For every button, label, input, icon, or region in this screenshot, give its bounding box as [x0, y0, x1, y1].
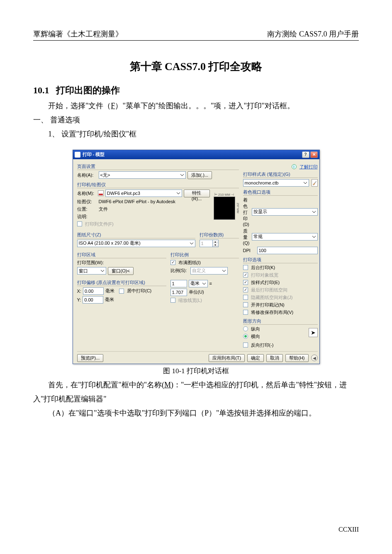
cancel-button[interactable]: 取消 [266, 354, 283, 362]
plot-to-file-label: 打印到文件(F) [85, 221, 114, 227]
shade-plot-select[interactable] [252, 208, 318, 216]
opt-reverse-label: 反向打印(-) [251, 342, 274, 348]
orient-landscape-radio[interactable] [243, 334, 248, 339]
group-page-setup: 页面设置 [77, 163, 239, 170]
plot-to-file-checkbox [77, 221, 82, 226]
opt-reverse-checkbox[interactable] [243, 343, 248, 347]
orient-portrait-label: 纵向 [251, 326, 260, 332]
window-pick-button[interactable]: 窗口(O)< [108, 267, 134, 275]
paragraph-1: 开始，选择"文件（F）"菜单下的"绘图输出。。。"项，进入"打印"对话框。 [33, 99, 359, 113]
center-plot-checkbox[interactable] [119, 289, 124, 294]
shade-plot-label: 着色打印(D) [243, 197, 250, 227]
quality-select[interactable] [252, 233, 318, 241]
plot-what-select[interactable] [77, 267, 106, 275]
offset-x-input[interactable] [83, 287, 104, 295]
offset-y-input[interactable] [83, 296, 103, 304]
opt-paperspace-checkbox [243, 287, 248, 292]
opt-style-label: 按样式打印(E) [251, 279, 280, 286]
scale-ratio-select [190, 267, 228, 275]
fit-to-paper-label: 布满图纸(I) [178, 260, 201, 266]
offset-x-label: X: [77, 289, 81, 294]
opt-save-label: 将修改保存到布局(V) [251, 309, 294, 316]
page-number: CCXIII [338, 526, 359, 533]
pagesetup-name-label: 名称(A): [77, 172, 97, 178]
right-column: i 了解打印 打印样式表 (笔指定)(G) 着色视口选项 着色打印(D) 质 [243, 163, 318, 350]
edit-style-button[interactable] [312, 179, 318, 187]
where-label: 位置: [77, 206, 97, 212]
opt-style-checkbox[interactable] [243, 280, 248, 285]
learn-plotting-link[interactable]: 了解打印 [299, 164, 318, 170]
center-plot-label: 居中打印(C) [127, 288, 151, 294]
pagesetup-add-button[interactable]: 添加(.)... [187, 171, 212, 179]
plot-style-select[interactable] [243, 179, 309, 187]
offset-y-label: Y: [77, 297, 81, 302]
paper-preview: ⊢ 210 MM ⊣ 297 MM [214, 197, 235, 220]
group-copies: 打印份数(B) [200, 232, 239, 238]
help-button[interactable]: 帮助(H) [285, 354, 308, 362]
group-plot-options: 打印选项 [243, 257, 318, 263]
scale-lw-label: 缩放线宽(L) [178, 297, 202, 304]
chapter-title: 第十章 CASS7.0 打印全攻略 [33, 59, 359, 74]
offset-x-unit: 毫米 [105, 288, 114, 294]
copies-input[interactable] [200, 240, 213, 247]
group-offset: 打印偏移 (原点设置在可打印区域) [77, 279, 166, 286]
scale-unit-select [189, 280, 208, 287]
group-paper-size: 图纸尺寸(Z) [77, 232, 195, 238]
print-dialog: 打印 - 模型 ? ✕ 页面设置 名称(A): 添加(.)... [73, 150, 320, 364]
where-value: 文件 [99, 206, 108, 212]
dialog-icon [75, 152, 80, 158]
list-item-1-1: 1、 设置"打印机/绘图仪"框 [33, 127, 359, 141]
scale-drawing-unit: 单位(U) [189, 289, 204, 295]
opt-bg-label: 后台打印(K) [251, 265, 275, 271]
section-title: 10.1 打印出图的操作 [33, 84, 359, 97]
group-plot-area: 打印区域 [77, 252, 166, 258]
group-orientation: 图形方向 [243, 318, 318, 324]
apply-layout-button[interactable]: 应用到布局(T) [209, 354, 245, 362]
opt-lw-label: 打印对象线宽 [251, 272, 278, 278]
paper-size-select[interactable] [77, 240, 195, 247]
printer-name-select[interactable] [105, 190, 182, 197]
dpi-input [257, 247, 318, 254]
dialog-titlebar[interactable]: 打印 - 模型 ? ✕ [73, 150, 319, 159]
close-icon[interactable]: ✕ [310, 151, 318, 158]
dpi-label: DPI [243, 248, 256, 253]
group-plot-scale: 打印比例 [170, 252, 239, 258]
paragraph-2: 首先，在"打印机配置"框中的"名称(M)："一栏中选相应的打印机，然后单击"特性… [33, 378, 359, 406]
quality-label: 质量(Q) [243, 228, 250, 245]
info-icon: i [292, 164, 297, 169]
collapse-icon[interactable]: ◀ [311, 355, 318, 361]
copies-spinner[interactable]: ▲▼ [213, 240, 219, 247]
scale-unit-input [170, 280, 187, 287]
section-number: 10.1 [33, 85, 49, 95]
section-name: 打印出图的操作 [56, 85, 120, 95]
opt-stamp-checkbox[interactable] [243, 302, 248, 307]
opt-lw-checkbox [243, 272, 248, 277]
left-column: 页面设置 名称(A): 添加(.)... 打印机/绘图仪 名称(M): [77, 163, 239, 350]
printer-properties-button[interactable]: 特性(R)... [184, 190, 210, 197]
opt-paperspace-label: 最后打印图纸空间 [251, 287, 287, 293]
preview-button[interactable]: 预览(P)... [77, 354, 104, 362]
ok-button[interactable]: 确定 [247, 354, 264, 362]
group-printer: 打印机/绘图仪 [77, 182, 239, 188]
orient-portrait-radio[interactable] [243, 326, 248, 331]
opt-stamp-label: 开并打印戳记(N) [251, 302, 285, 308]
opt-bg-checkbox[interactable] [243, 265, 248, 270]
dialog-title: 打印 - 模型 [83, 151, 105, 158]
printer-name-label: 名称(M): [77, 190, 96, 197]
group-plot-style: 打印样式表 (笔指定)(G) [243, 171, 318, 177]
figure-caption: 图 10-1 打印机对话框 [33, 366, 359, 376]
scale-ratio-label: 比例(S): [170, 267, 189, 274]
orientation-icon: ➤ [309, 328, 318, 337]
help-button-icon[interactable]: ? [302, 151, 309, 158]
fit-to-paper-checkbox[interactable] [170, 260, 175, 265]
plotter-icon [98, 190, 104, 196]
header-right: 南方测绘 CASS7.0 用户手册 [267, 29, 359, 39]
group-shaded: 着色视口选项 [243, 189, 318, 195]
scale-lw-checkbox [170, 298, 175, 303]
orient-landscape-label: 横向 [251, 333, 260, 340]
scale-drawing-input [170, 289, 187, 296]
opt-save-checkbox[interactable] [243, 310, 248, 315]
pagesetup-name-select[interactable] [99, 171, 186, 179]
plotter-value: DWF6 ePlot DWF ePlot - by Autodesk [99, 199, 175, 204]
paragraph-3: （A）在"端口"选项卡中选取"打印到下列端口（P）"单选按钮并选择相应的端口。 [33, 406, 359, 420]
